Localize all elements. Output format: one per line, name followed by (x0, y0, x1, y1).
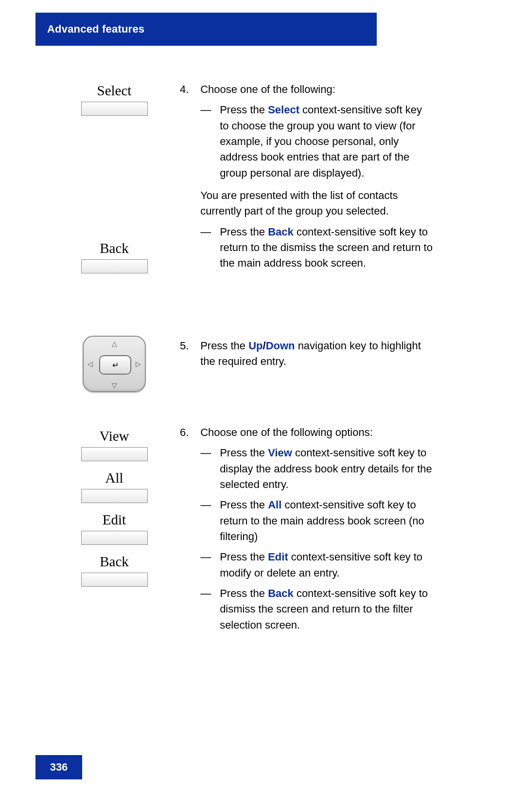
bullet-all: Press the All context-sensitive soft key… (200, 497, 434, 544)
softkey-label-back2: Back (63, 554, 165, 570)
bullet-back: Press the Back context-sensitive soft ke… (200, 224, 434, 271)
keyword-down: Down (266, 340, 295, 352)
bullet-back: Press the Back context-sensitive soft ke… (200, 586, 434, 633)
navpad-enter-button[interactable]: ↵ (99, 355, 131, 375)
keyword-back2: Back (268, 587, 294, 599)
softkey-label-back: Back (63, 240, 165, 256)
step-number: 6. (180, 425, 197, 440)
section-header: Advanced features (35, 13, 377, 46)
section-header-title: Advanced features (47, 23, 144, 36)
step-body: Press the Up/Down navigation key to high… (200, 338, 434, 370)
arrow-left-icon: ◁ (88, 360, 93, 368)
softkey-button-back2[interactable] (81, 573, 148, 587)
keyword-back: Back (268, 226, 294, 238)
text: Press the (200, 340, 248, 352)
enter-icon: ↵ (112, 361, 119, 370)
navigation-pad-icon[interactable]: △ ▽ ◁ ▷ ↵ (83, 336, 146, 392)
navpad-block: △ ▽ ◁ ▷ ↵ (63, 336, 165, 392)
step-5: 5. Press the Up/Down navigation key to h… (180, 338, 438, 370)
text: Press the (220, 499, 268, 511)
step-body: Choose one of the following: Press the S… (200, 82, 434, 271)
text: Press the (220, 587, 268, 599)
text: Press the (220, 104, 268, 116)
softkey-button-edit[interactable] (81, 531, 148, 545)
arrow-right-icon: ▷ (136, 360, 141, 368)
arrow-down-icon: ▽ (112, 381, 117, 389)
bullet-view: Press the View context-sensitive soft ke… (200, 445, 434, 492)
bullet-edit: Press the Edit context-sensitive soft ke… (200, 549, 434, 581)
arrow-up-icon: △ (112, 340, 117, 347)
step-number: 5. (180, 338, 197, 354)
bullet-select: Press the Select context-sensitive soft … (200, 102, 434, 181)
softkey-label-all: All (63, 470, 165, 486)
softkey-label-view: View (63, 428, 165, 444)
softkey-button-view[interactable] (81, 447, 148, 461)
mid-paragraph: You are presented with the list of conta… (200, 188, 434, 219)
keyword-edit: Edit (268, 551, 288, 563)
softkey-label-edit: Edit (63, 512, 165, 528)
softkey-button-select[interactable] (81, 102, 148, 116)
keyword-view: View (268, 447, 292, 459)
softkey-back-block: Back (63, 240, 165, 282)
step-4: 4. Choose one of the following: Press th… (180, 82, 438, 271)
softkey-select-block: Select (63, 83, 165, 125)
document-page: Advanced features Select Back 4. Choose … (0, 0, 525, 812)
step-intro: Choose one of the following options: (200, 426, 373, 438)
keyword-up: Up (248, 340, 262, 352)
keyword-select: Select (268, 104, 299, 116)
page-number: 336 (50, 761, 68, 774)
softkey-group-step6: View All Edit Back (63, 428, 165, 595)
step-body: Choose one of the following options: Pre… (200, 425, 434, 633)
softkey-button-back[interactable] (81, 259, 148, 273)
step-6: 6. Choose one of the following options: … (180, 425, 438, 633)
text: Press the (220, 551, 268, 563)
softkey-label-select: Select (63, 83, 165, 99)
keyword-all: All (268, 499, 281, 511)
page-number-badge: 336 (35, 755, 82, 779)
step-number: 4. (180, 82, 197, 97)
step-intro: Choose one of the following: (200, 83, 335, 95)
softkey-button-all[interactable] (81, 489, 148, 503)
text: Press the (220, 226, 268, 238)
text: Press the (220, 447, 268, 459)
